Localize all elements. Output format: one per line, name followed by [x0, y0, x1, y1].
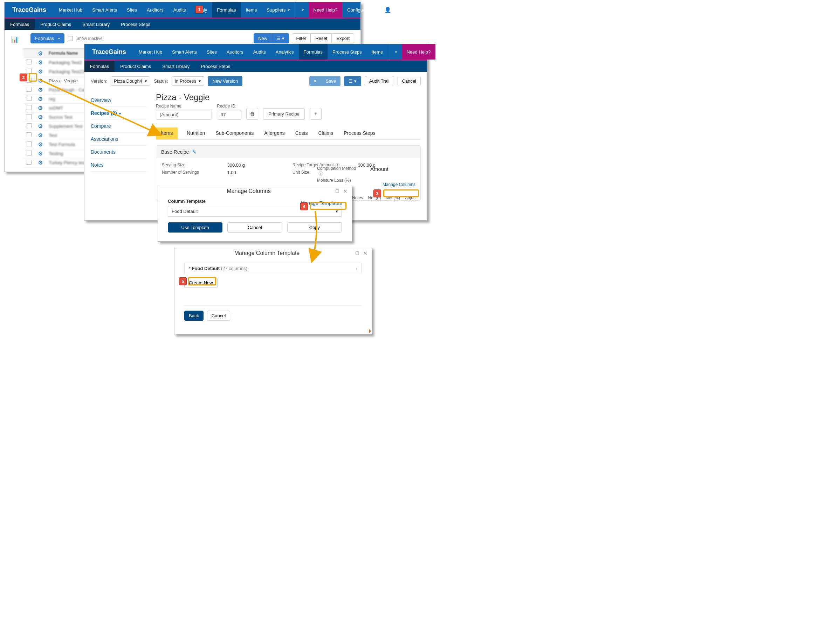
tab-subcomponents[interactable]: Sub-Components [214, 127, 255, 140]
status-select[interactable]: In Process ▾ [172, 76, 205, 86]
manage-columns-link[interactable]: Manage Columns [382, 182, 416, 187]
formulas-dropdown[interactable]: Formulas [31, 33, 64, 43]
nav-help-a[interactable]: Need Help? [308, 2, 343, 17]
gear-icon[interactable]: ⚙ [38, 150, 43, 156]
template-row[interactable]: * Food Default (27 columns) › [184, 263, 362, 274]
new-menu-button[interactable]: ☰ ▾ [272, 33, 289, 43]
resize-handle-icon[interactable]: ◢ [366, 328, 371, 334]
tab-costs[interactable]: Costs [294, 127, 309, 140]
gear-icon[interactable]: ⚙ [38, 96, 43, 102]
row-checkbox[interactable] [27, 87, 32, 92]
gear-icon[interactable]: ⚙ [38, 87, 43, 93]
row-checkbox[interactable] [27, 141, 32, 146]
side-documents[interactable]: Documents [91, 146, 147, 159]
version-select[interactable]: Pizza Dough4 ▾ [111, 76, 150, 86]
cancel-button-d[interactable]: Cancel [207, 311, 230, 321]
maximize-icon-d[interactable]: ▢ [355, 250, 359, 256]
chart-icon[interactable]: 📊 [11, 36, 18, 43]
edit-icon[interactable]: ✎ [192, 149, 196, 155]
delete-recipe-button[interactable]: 🗑 [246, 108, 258, 120]
template-select[interactable]: Food Default▾ [168, 206, 342, 217]
gear-icon[interactable]: ⚙ [38, 141, 43, 147]
subnav-a-2[interactable]: Smart Library [77, 18, 115, 30]
new-version-button[interactable]: New Version [208, 76, 242, 86]
tab-claims[interactable]: Claims [317, 127, 335, 140]
save-dropdown-toggle[interactable]: ▾ [309, 76, 321, 86]
nav-a-6[interactable]: Formulas [212, 2, 241, 17]
row-checkbox[interactable] [27, 150, 32, 155]
row-checkbox[interactable] [27, 105, 32, 110]
row-checkbox[interactable] [27, 69, 32, 74]
add-recipe-button[interactable]: ＋ [310, 108, 322, 120]
user-icon-a[interactable]: 👤 [379, 2, 396, 17]
nav-a-7[interactable]: Items [241, 2, 262, 17]
side-overview[interactable]: Overview [91, 94, 147, 107]
nav-a-0[interactable]: Market Hub [54, 2, 87, 17]
nav-a-1[interactable]: Smart Alerts [87, 2, 122, 17]
gear-icon[interactable]: ⚙ [38, 60, 43, 66]
nav-a-8[interactable]: Suppliers [262, 2, 294, 17]
nav-a-3[interactable]: Auditors [142, 2, 169, 17]
tab-nutrition[interactable]: Nutrition [185, 127, 206, 140]
side-associations[interactable]: Associations [91, 133, 147, 146]
new-button[interactable]: New [254, 33, 272, 43]
save-button[interactable]: Save [321, 76, 340, 86]
nav-b-4[interactable]: Audits [248, 44, 271, 60]
gear-icon[interactable]: ⚙ [38, 123, 43, 129]
tab-allergens[interactable]: Allergens [263, 127, 286, 140]
list-menu-button[interactable]: ☰ ▾ [344, 76, 361, 86]
subnav-b-2[interactable]: Smart Library [156, 61, 195, 72]
close-icon-d[interactable]: ✕ [363, 250, 368, 256]
row-checkbox[interactable] [27, 78, 32, 83]
filter-button[interactable]: Filter [292, 33, 311, 43]
reset-button[interactable]: Reset [311, 33, 332, 43]
tab-process-steps[interactable]: Process Steps [342, 127, 377, 140]
recipe-name-input[interactable]: (Amount) [156, 110, 212, 120]
nav-config-b[interactable]: Configuration [436, 44, 439, 60]
gear-icon[interactable]: ⚙ [38, 105, 43, 111]
gear-icon[interactable]: ⚙ [38, 69, 43, 75]
row-checkbox[interactable] [27, 132, 32, 137]
nav-config-a[interactable]: Configuration [342, 2, 379, 17]
side-notes[interactable]: Notes [91, 159, 147, 172]
info-icon-2[interactable]: i [318, 171, 323, 176]
side-recipes[interactable]: Recipes (2) [91, 107, 147, 120]
copy-button[interactable]: Copy [287, 222, 342, 233]
cancel-button-b[interactable]: Cancel [397, 76, 421, 86]
row-checkbox[interactable] [27, 160, 32, 165]
gear-icon[interactable]: ⚙ [38, 78, 43, 84]
gear-icon[interactable]: ⚙ [38, 132, 43, 138]
subnav-b-0[interactable]: Formulas [84, 61, 115, 72]
row-checkbox[interactable] [27, 60, 32, 64]
subnav-a-3[interactable]: Process Steps [115, 18, 156, 30]
side-compare[interactable]: Compare [91, 120, 147, 133]
tab-items[interactable]: Items [156, 127, 178, 140]
nav-help-b[interactable]: Need Help? [402, 44, 436, 60]
subnav-a-1[interactable]: Product Claims [35, 18, 77, 30]
back-button[interactable]: Back [184, 311, 204, 321]
create-new-button[interactable]: Create New [184, 278, 218, 288]
use-template-button[interactable]: Use Template [168, 222, 222, 233]
cancel-button-c[interactable]: Cancel [227, 222, 282, 233]
nav-b-2[interactable]: Sites [202, 44, 222, 60]
nav-b-0[interactable]: Market Hub [134, 44, 167, 60]
nav-a-2[interactable]: Sites [122, 2, 142, 17]
row-checkbox[interactable] [27, 114, 32, 119]
nav-b-5[interactable]: Analytics [271, 44, 299, 60]
nav-b-3[interactable]: Auditors [222, 44, 248, 60]
audit-trail-button[interactable]: Audit Trail [365, 76, 394, 86]
nav-b-7[interactable]: Process Steps [328, 44, 367, 60]
export-button[interactable]: Export [332, 33, 354, 43]
close-icon[interactable]: ✕ [343, 189, 348, 194]
maximize-icon[interactable]: ▢ [335, 189, 339, 194]
row-checkbox[interactable] [27, 96, 32, 101]
row-checkbox[interactable] [27, 123, 32, 128]
subnav-b-1[interactable]: Product Claims [115, 61, 156, 72]
subnav-b-3[interactable]: Process Steps [195, 61, 236, 72]
nav-b-overflow[interactable] [388, 44, 402, 60]
show-inactive-checkbox[interactable] [68, 36, 73, 41]
gear-icon[interactable]: ⚙ [38, 160, 43, 166]
nav-b-1[interactable]: Smart Alerts [167, 44, 202, 60]
recipe-id-input[interactable]: 97 [217, 110, 241, 120]
nav-a-overflow[interactable] [294, 2, 308, 17]
